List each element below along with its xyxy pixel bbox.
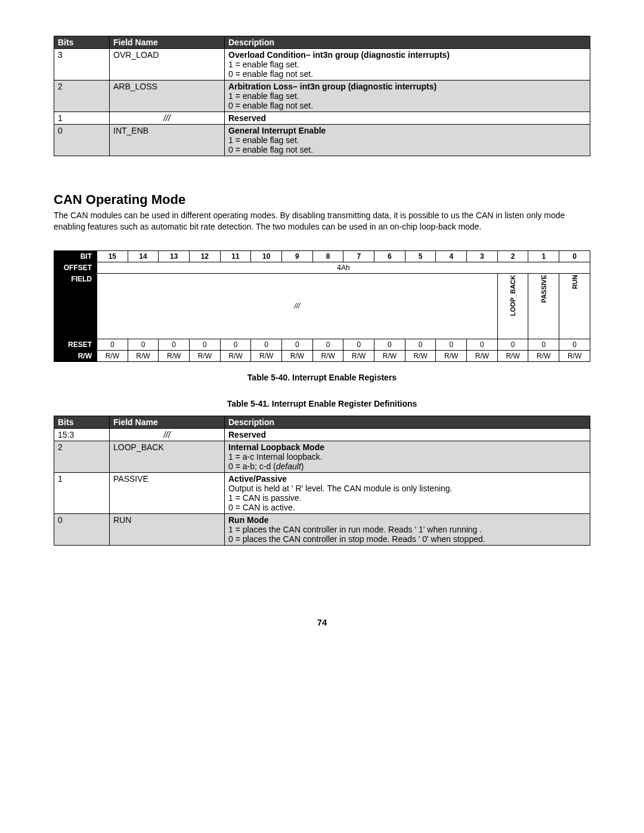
reset-val: 0	[405, 339, 436, 350]
rw-val: R/W	[528, 350, 559, 361]
cell-bits: 15:3	[54, 428, 110, 441]
desc-line: 0 = enable flag not set.	[228, 69, 313, 79]
desc-line: 1 = enable flag set.	[228, 135, 299, 145]
desc-line: 0 = places the CAN controller in stop mo…	[228, 534, 485, 544]
desc-line: 0 = enable flag not set.	[228, 101, 313, 110]
rw-val: R/W	[282, 350, 313, 361]
rw-val: R/W	[220, 350, 251, 361]
desc-line: 1 = places the CAN controller in run mod…	[228, 525, 482, 534]
rw-val: R/W	[497, 350, 528, 361]
desc-title: Reserved	[228, 430, 266, 439]
reset-val: 0	[436, 339, 467, 350]
rw-val: R/W	[97, 350, 128, 361]
rw-val: R/W	[343, 350, 374, 361]
reset-val: 0	[128, 339, 159, 350]
rw-val: R/W	[467, 350, 498, 361]
table-row: 0 RUN Run Mode 1 = places the CAN contro…	[54, 513, 590, 545]
reg-field-passive: PASSIVE	[528, 273, 559, 339]
table-row: 2 ARB_LOSS Arbitration Loss– int3n group…	[54, 80, 590, 112]
reg-field-row: FIELD /// LOOP_BACK PASSIVE RUN	[54, 273, 590, 339]
table-row: 2 LOOP_BACK Internal Loopback Mode 1 = a…	[54, 441, 590, 472]
desc-title: Run Mode	[228, 515, 269, 525]
bit-num: 1	[528, 250, 559, 262]
desc-title: Arbitration Loss– int3n group (diagnosti…	[228, 82, 436, 91]
cell-field: PASSIVE	[110, 472, 225, 513]
rw-val: R/W	[159, 350, 190, 361]
reg-field-reserved: ///	[97, 273, 498, 339]
register-layout-table: BIT 15 14 13 12 11 10 9 8 7 6 5 4 3 2 1 …	[54, 250, 590, 362]
bit-num: 5	[405, 250, 436, 262]
rw-val: R/W	[190, 350, 221, 361]
rw-val: R/W	[405, 350, 436, 361]
cell-field: ARB_LOSS	[110, 80, 225, 112]
desc-line: )	[301, 462, 304, 471]
table-caption-41: Table 5-41. Interrupt Enable Register De…	[54, 399, 590, 408]
bit-num: 8	[312, 250, 343, 262]
bit-num: 14	[128, 250, 159, 262]
desc-line: 1 = enable flag set.	[228, 60, 299, 69]
cell-bits: 2	[54, 80, 110, 112]
cell-field: INT_ENB	[110, 125, 225, 156]
cell-desc: Active/Passive Output is held at ' R' le…	[225, 472, 590, 513]
table-row: 3 OVR_LOAD Overload Condition– int3n gro…	[54, 49, 590, 80]
reset-val: 0	[374, 339, 405, 350]
reset-val: 0	[497, 339, 528, 350]
reg-offset-value: 4Ah	[97, 262, 590, 273]
bit-num: 13	[159, 250, 190, 262]
col-desc-header: Description	[225, 416, 590, 428]
table-header-row: Bits Field Name Description	[54, 416, 590, 428]
reset-val: 0	[343, 339, 374, 350]
col-bits-header: Bits	[54, 36, 110, 49]
desc-line: 0 = a-b; c-d (	[228, 462, 276, 471]
table-row: 15:3 /// Reserved	[54, 428, 590, 441]
cell-desc: Run Mode 1 = places the CAN controller i…	[225, 513, 590, 545]
desc-title: General Interrupt Enable	[228, 126, 326, 135]
reg-rw-row: R/W R/W R/W R/W R/W R/W R/W R/W R/W R/W …	[54, 350, 590, 361]
bit-num: 11	[220, 250, 251, 262]
bit-num: 10	[251, 250, 282, 262]
reg-label-offset: OFFSET	[54, 262, 97, 273]
reset-val: 0	[220, 339, 251, 350]
reset-val: 0	[528, 339, 559, 350]
reg-bit-row: BIT 15 14 13 12 11 10 9 8 7 6 5 4 3 2 1 …	[54, 250, 590, 262]
cell-desc: Internal Loopback Mode 1 = a-c Internal …	[225, 441, 590, 472]
page-number: 74	[54, 617, 590, 627]
rw-val: R/W	[559, 350, 590, 361]
cell-field: OVR_LOAD	[110, 49, 225, 80]
rw-val: R/W	[436, 350, 467, 361]
bit-num: 0	[559, 250, 590, 262]
reset-val: 0	[251, 339, 282, 350]
bit-num: 3	[467, 250, 498, 262]
col-desc-header: Description	[225, 36, 590, 49]
table-interrupt-enable-prev: Bits Field Name Description 3 OVR_LOAD O…	[54, 36, 590, 156]
desc-line: 1 = CAN is passive.	[228, 493, 302, 503]
rw-val: R/W	[374, 350, 405, 361]
rw-val: R/W	[251, 350, 282, 361]
reset-val: 0	[190, 339, 221, 350]
table-interrupt-enable-definitions: Bits Field Name Description 15:3 /// Res…	[54, 416, 590, 546]
reg-field-run: RUN	[559, 273, 590, 339]
cell-field: LOOP_BACK	[110, 441, 225, 472]
reg-label-reset: RESET	[54, 339, 97, 350]
reg-reset-row: RESET 0 0 0 0 0 0 0 0 0 0 0 0 0 0 0 0	[54, 339, 590, 350]
cell-bits: 2	[54, 441, 110, 472]
table-row: 1 /// Reserved	[54, 112, 590, 125]
desc-line: 1 = a-c Internal loopback.	[228, 452, 323, 462]
reg-offset-row: OFFSET 4Ah	[54, 262, 590, 273]
cell-field: ///	[110, 112, 225, 125]
cell-bits: 0	[54, 513, 110, 545]
desc-line: 0 = CAN is active.	[228, 503, 295, 512]
cell-field: RUN	[110, 513, 225, 545]
cell-bits: 1	[54, 112, 110, 125]
bit-num: 4	[436, 250, 467, 262]
table-header-row: Bits Field Name Description	[54, 36, 590, 49]
reg-label-bit: BIT	[54, 250, 97, 262]
reset-val: 0	[312, 339, 343, 350]
reset-val: 0	[159, 339, 190, 350]
cell-desc: General Interrupt Enable 1 = enable flag…	[225, 125, 590, 156]
desc-title: Active/Passive	[228, 474, 287, 484]
cell-desc: Overload Condition– int3n group (diagnos…	[225, 49, 590, 80]
desc-line-italic: default	[276, 462, 301, 471]
vtext-run: RUN	[571, 275, 578, 289]
desc-title: Internal Loopback Mode	[228, 442, 324, 452]
